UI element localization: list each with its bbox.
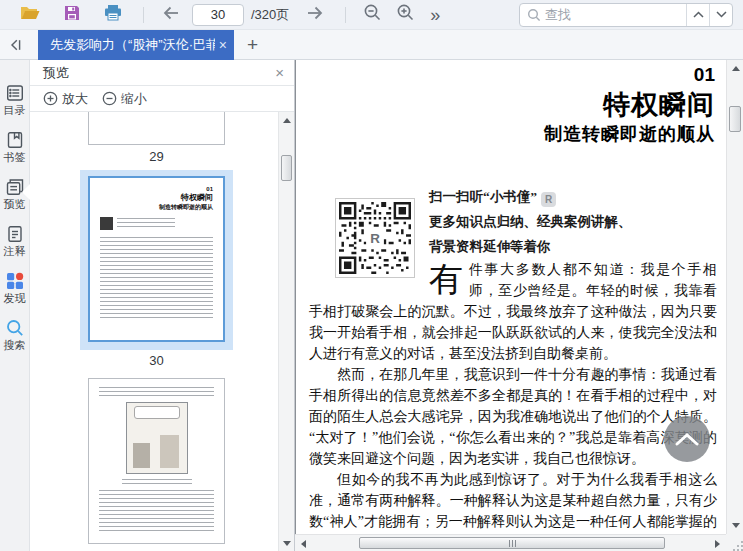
mini-speech-bubble	[134, 406, 180, 419]
arrow-right-icon	[305, 3, 325, 27]
bookmark-icon	[5, 130, 25, 150]
tab-title: 先发影响力（“股神”沃伦·巴菲	[50, 36, 215, 54]
sidebar-item-label: 目录	[4, 104, 26, 116]
print-button[interactable]	[104, 5, 122, 25]
mini-chapter-number: 01	[100, 186, 213, 193]
scroll-up-button[interactable]	[727, 61, 743, 76]
folder-open-icon	[20, 5, 40, 25]
preview-toolbar: 放大 缩小	[30, 86, 294, 112]
scroll-left-button[interactable]	[296, 535, 311, 551]
sidebar-item-toc[interactable]: 目录	[0, 83, 30, 117]
zoom-out-button[interactable]	[363, 3, 382, 26]
thumbnail-list: 29 01 特权瞬间 制造转瞬即逝的顺从 30	[30, 112, 294, 551]
save-icon	[64, 5, 80, 25]
tab-scroll-left-button[interactable]	[0, 37, 32, 53]
mini-figure	[160, 435, 179, 468]
back-to-top-button[interactable]	[664, 416, 710, 462]
more-tools-button[interactable]: »	[430, 6, 440, 24]
sidebar-item-label: 注释	[4, 245, 26, 257]
document-page: 01 特权瞬间 制造转瞬即逝的顺从 R 扫一扫听“小书僮”R 更多知识点归纳、经…	[295, 60, 726, 534]
arrow-left-icon	[161, 3, 181, 27]
preview-zoom-out-label: 缩小	[121, 90, 147, 108]
mini-chapter-subtitle: 制造转瞬即逝的顺从	[100, 203, 213, 211]
sidebar-item-label: 搜索	[4, 339, 26, 351]
body-text: R 扫一扫听“小书僮”R 更多知识点归纳、经典案例讲解、 背景资料延伸等着你 有…	[309, 184, 717, 534]
previous-page-button[interactable]	[161, 3, 181, 27]
mini-body-lines	[100, 237, 213, 321]
chevron-up-icon	[673, 432, 701, 446]
tab-bar: 先发影响力（“股神”沃伦·巴菲 × +	[0, 30, 743, 60]
chapter-number: 01	[309, 62, 715, 88]
zoom-out-icon	[363, 3, 382, 26]
scrollbar-thumb[interactable]	[281, 155, 292, 181]
new-tab-button[interactable]: +	[247, 34, 258, 56]
thumbnail-label: 29	[88, 149, 225, 164]
qr-code: R	[335, 198, 415, 278]
document-tab[interactable]: 先发影响力（“股神”沃伦·巴菲 ×	[38, 30, 234, 60]
preview-zoom-in-button[interactable]: 放大	[43, 90, 88, 108]
mini-chapter-title: 特权瞬间	[100, 193, 213, 203]
mini-caption-lines	[117, 218, 175, 228]
sidebar-item-label: 发现	[4, 292, 26, 304]
toolbar-separator	[345, 7, 346, 23]
sidebar-item-label: 书签	[4, 151, 26, 163]
thumbnail-label: 30	[88, 353, 225, 368]
sidebar-item-annotations[interactable]: 注释	[0, 224, 30, 258]
discover-icon	[5, 271, 25, 291]
scroll-down-button[interactable]	[727, 518, 743, 533]
scrollbar-thumb[interactable]	[729, 106, 741, 132]
vertical-scrollbar[interactable]	[726, 60, 743, 534]
search-icon	[5, 318, 25, 338]
resize-corner	[726, 534, 743, 551]
main-toolbar: /320页 »	[0, 0, 743, 30]
qr-caption-line1: 扫一扫听“小书僮”	[429, 189, 537, 204]
horizontal-scrollbar[interactable]	[295, 534, 726, 551]
page-total-label: /320页	[251, 6, 289, 24]
mini-caption-line	[122, 479, 192, 485]
search-icon	[527, 8, 541, 22]
preview-zoom-in-label: 放大	[62, 90, 88, 108]
chevron-left-bar-icon	[8, 37, 24, 53]
active-panel-notch	[22, 184, 30, 200]
scrollbar-thumb[interactable]	[359, 537, 665, 549]
sidebar-item-search[interactable]: 搜索	[0, 318, 30, 352]
search-input[interactable]	[541, 7, 686, 22]
preview-scrollbar[interactable]	[278, 112, 294, 551]
scroll-right-button[interactable]	[710, 535, 725, 551]
zoom-in-button[interactable]	[396, 3, 415, 26]
left-sidebar: 目录 书签 预览 注释 发现 搜索	[0, 60, 30, 551]
next-page-button[interactable]	[305, 3, 325, 27]
audio-logo-icon: R	[541, 192, 556, 207]
scroll-up-button[interactable]	[279, 112, 294, 128]
annotation-icon	[5, 224, 25, 244]
mini-text-lines	[99, 387, 214, 396]
preview-zoom-out-button[interactable]: 缩小	[102, 90, 147, 108]
svg-text:R: R	[370, 231, 380, 246]
preview-close-icon[interactable]: ×	[275, 65, 284, 80]
sidebar-item-discover[interactable]: 发现	[0, 271, 30, 305]
toc-icon	[5, 83, 25, 103]
paragraph-2: 然而，在那几年里，我意识到一件十分有趣的事情：我通过看手相所得出的信息竟然差不多…	[309, 364, 717, 469]
scroll-down-button[interactable]	[279, 535, 294, 551]
chapter-title: 特权瞬间	[309, 88, 715, 122]
sidebar-item-bookmarks[interactable]: 书签	[0, 130, 30, 164]
search-previous-button[interactable]	[686, 4, 709, 26]
preview-panel-title: 预览	[43, 64, 69, 82]
toolbar-separator	[143, 7, 144, 23]
preview-panel: 预览 × 放大 缩小 29 01 特权瞬间 制造转瞬即逝的顺从	[30, 60, 295, 551]
search-next-button[interactable]	[709, 4, 732, 26]
mini-text-lines	[99, 490, 214, 532]
paragraph-3: 但如今的我不再为此感到惊讶了。对于为什么我看手相这么准，通常有两种解释。一种解释…	[309, 469, 717, 534]
circle-minus-icon	[102, 91, 117, 106]
preview-panel-header: 预览 ×	[30, 60, 294, 86]
thumbnail-page-30-selected[interactable]: 01 特权瞬间 制造转瞬即逝的顺从	[88, 176, 225, 342]
thumbnail-page-31[interactable]	[88, 378, 225, 544]
save-button[interactable]	[64, 5, 80, 25]
zoom-in-icon	[396, 3, 415, 26]
chapter-subtitle: 制造转瞬即逝的顺从	[309, 122, 715, 146]
open-file-button[interactable]	[20, 5, 40, 25]
thumbnail-page-29[interactable]	[88, 112, 225, 145]
mini-figure	[133, 443, 150, 468]
tab-close-icon[interactable]: ×	[219, 37, 227, 53]
page-number-input[interactable]	[192, 4, 244, 26]
